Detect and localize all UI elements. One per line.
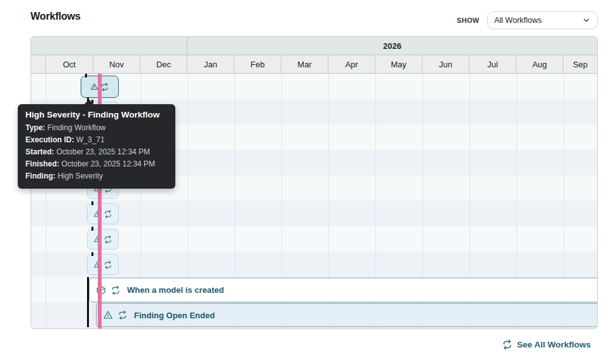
tooltip-field: Finished: October 23, 2025 12:34 PM [25, 158, 168, 170]
chevron-down-icon [582, 16, 591, 25]
month-header-cell: Nov [93, 55, 140, 73]
month-header-cell: Jun [422, 55, 469, 73]
execution-start-tick [85, 74, 87, 78]
page-title: Workflows [30, 11, 81, 22]
workflow-filter-dropdown[interactable]: All Workflows [487, 11, 598, 29]
tooltip-field: Type: Finding Workflow [25, 122, 168, 134]
month-header-spacer [31, 55, 46, 73]
year-segment-2026: 2026 [187, 37, 597, 55]
workflow-bar-model-created[interactable]: When a model is created [89, 278, 597, 302]
tooltip-title: High Severity - Finding Workflow [25, 110, 168, 119]
workflow-sync-icon [104, 260, 112, 269]
month-header-cell: Aug [516, 55, 563, 73]
show-filter-label: SHOW [457, 17, 479, 24]
month-header-cell: Mar [281, 55, 328, 73]
execution-start-tick [91, 201, 93, 205]
workflow-sync-icon [104, 235, 112, 244]
month-header-cell: Oct [46, 55, 93, 73]
tooltip-field: Started: October 23, 2025 12:34 PM [25, 146, 168, 158]
workflow-filter-value: All Workflows [494, 16, 582, 25]
execution-start-tick [91, 252, 93, 256]
workflow-bar-label: Finding Open Ended [134, 311, 215, 320]
workflow-execution-chip[interactable] [87, 254, 119, 275]
execution-start-tick [91, 227, 93, 231]
workflow-execution-chip[interactable] [87, 203, 119, 224]
see-all-workflows-link[interactable]: See All Workflows [502, 339, 591, 350]
tooltip-field: Finding: High Severity [25, 170, 168, 182]
workflow-sync-icon [100, 83, 109, 91]
year-header-row: 2026 [31, 37, 597, 55]
workflow-tooltip: High Severity - Finding Workflow Type: F… [18, 104, 175, 189]
tooltip-field: Execution ID: W_3_71 [25, 134, 168, 146]
workflow-execution-chip[interactable] [87, 229, 119, 250]
workflow-sync-icon [118, 310, 128, 320]
workflow-sync-icon [111, 285, 121, 295]
year-segment-2025 [31, 37, 187, 55]
month-header-cell: Feb [234, 55, 281, 73]
see-all-workflows-label: See All Workflows [517, 340, 591, 349]
month-header-cell: May [375, 55, 422, 73]
month-header-cell: Sep [563, 55, 597, 73]
month-header-cell: Jan [187, 55, 234, 73]
workflow-bar-label: When a model is created [127, 285, 224, 295]
month-header-cell: Jul [469, 55, 516, 73]
warning-icon [103, 310, 113, 320]
workflow-bar-finding-open-ended[interactable]: Finding Open Ended [96, 303, 597, 327]
month-header-cell: Apr [328, 55, 375, 73]
month-header-row: OctNovDecJanFebMarAprMayJunJulAugSep [31, 55, 597, 74]
month-header-cell: Dec [140, 55, 187, 73]
workflow-start-marker-line [87, 277, 89, 327]
workflow-sync-icon [502, 339, 513, 350]
workflow-sync-icon [104, 210, 112, 219]
